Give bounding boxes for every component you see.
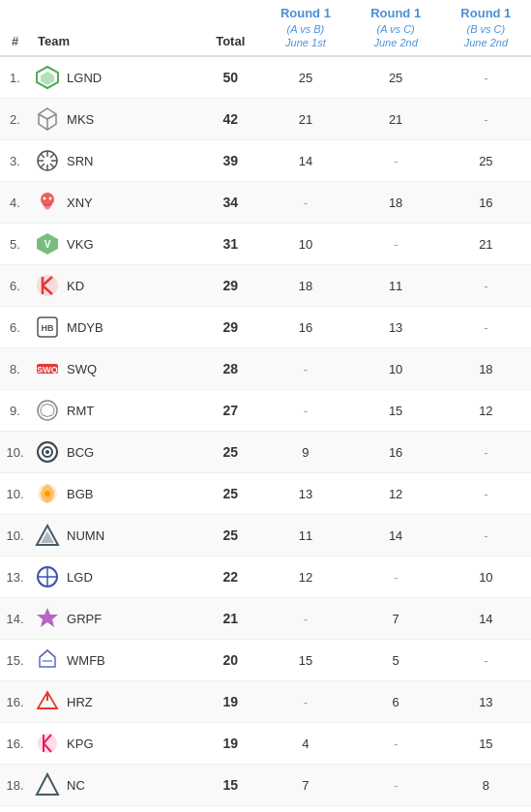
team-cell: XNY <box>30 182 200 224</box>
team-cell: WMFB <box>30 640 200 681</box>
team-logo-bcg <box>34 438 61 466</box>
table-row: 18.OUTSIDETHE RINGOUT1569- <box>0 806 531 812</box>
round2-cell: 21 <box>351 99 441 140</box>
round2-cell: - <box>351 765 441 806</box>
table-row: 5.VVKG3110-21 <box>0 224 531 265</box>
team-logo-lgd <box>34 563 61 590</box>
round1-cell: 16 <box>260 307 350 348</box>
total-cell: 31 <box>200 224 260 265</box>
rank-cell: 13. <box>0 556 30 598</box>
round1-cell: - <box>260 598 350 640</box>
total-cell: 29 <box>200 265 260 307</box>
team-cell: RMT <box>30 390 200 432</box>
round1-cell: - <box>260 681 350 723</box>
team-logo-mks <box>34 105 61 133</box>
team-name-label: VKG <box>67 237 93 252</box>
team-logo-hrz <box>34 688 61 715</box>
svg-point-29 <box>38 734 57 753</box>
rank-cell: 6. <box>0 307 30 348</box>
svg-point-19 <box>45 450 49 454</box>
total-cell: 29 <box>200 307 260 348</box>
table-body: 1.LGND502525-2.MKS422121-3.SRN3914-254.X… <box>0 56 531 812</box>
round2-cell: 10 <box>351 348 441 390</box>
total-cell: 21 <box>200 598 260 640</box>
rank-cell: 1. <box>0 56 30 99</box>
team-logo-bgb <box>34 480 61 507</box>
team-logo-numn <box>34 522 61 549</box>
team-name-label: SWQ <box>67 362 97 376</box>
total-cell: 25 <box>200 515 260 556</box>
round1-header: Round 1 (A vs B) June 1st <box>260 0 350 56</box>
team-cell: BCG <box>30 432 200 473</box>
table-row: 16.HRZ19-613 <box>0 681 531 723</box>
standings-table: # Team Total Round 1 (A vs B) June 1st R… <box>0 0 531 812</box>
round2-cell: 7 <box>351 598 441 640</box>
round3-cell: 14 <box>441 598 531 640</box>
round2-cell: - <box>351 224 441 265</box>
round3-cell: 16 <box>441 182 531 224</box>
team-logo-swq: SWQ <box>34 355 61 382</box>
table-row: 15.WMFB20155- <box>0 640 531 681</box>
total-cell: 19 <box>200 681 260 723</box>
team-logo-wmfb <box>34 647 61 674</box>
round3-cell: - <box>441 640 531 681</box>
round3-cell: - <box>441 432 531 473</box>
round3-cell: - <box>441 56 531 99</box>
table-header-row: # Team Total Round 1 (A vs B) June 1st R… <box>0 0 531 56</box>
team-cell: LGD <box>30 556 200 598</box>
team-cell: HRZ <box>30 681 200 723</box>
round1-cell: - <box>260 348 350 390</box>
rank-cell: 4. <box>0 182 30 224</box>
table-row: 6.HBMDYB291613- <box>0 307 531 348</box>
round2-cell: 5 <box>351 640 441 681</box>
rank-cell: 8. <box>0 348 30 390</box>
round2-header: Round 1 (A vs C) June 2nd <box>351 0 441 56</box>
rank-cell: 2. <box>0 99 30 140</box>
team-name-label: HRZ <box>67 695 93 709</box>
rank-cell: 5. <box>0 224 30 265</box>
round2-cell: 12 <box>351 473 441 515</box>
team-cell: KPG <box>30 723 200 765</box>
table-row: 3.SRN3914-25 <box>0 140 531 182</box>
round3-cell: 18 <box>441 348 531 390</box>
team-logo-nc <box>34 771 61 798</box>
round3-cell: 13 <box>441 681 531 723</box>
table-row: 4.XNY34-1816 <box>0 182 531 224</box>
team-cell: SWQSWQ <box>30 348 200 390</box>
rank-cell: 18. <box>0 765 30 806</box>
total-cell: 27 <box>200 390 260 432</box>
round1-cell: 18 <box>260 265 350 307</box>
round2-cell: 16 <box>351 432 441 473</box>
round3-cell: 21 <box>441 224 531 265</box>
round3-header: Round 1 (B vs C) June 2nd <box>441 0 531 56</box>
round2-cell: 11 <box>351 265 441 307</box>
svg-point-11 <box>37 275 58 296</box>
total-cell: 25 <box>200 473 260 515</box>
round1-cell: 4 <box>260 723 350 765</box>
round2-cell: 25 <box>351 56 441 99</box>
team-name-label: BCG <box>67 445 94 460</box>
round1-cell: 14 <box>260 140 350 182</box>
table-row: 8.SWQSWQ28-1018 <box>0 348 531 390</box>
rank-header: # <box>0 0 30 56</box>
team-cell: BGB <box>30 473 200 515</box>
round1-cell: 11 <box>260 515 350 556</box>
rank-cell: 18. <box>0 806 30 812</box>
table-row: 16.KPG194-15 <box>0 723 531 765</box>
rank-cell: 3. <box>0 140 30 182</box>
table-row: 1.LGND502525- <box>0 56 531 99</box>
team-name-label: LGND <box>67 71 102 85</box>
team-name-label: BGB <box>67 487 93 501</box>
round1-cell: 13 <box>260 473 350 515</box>
team-cell: NUMN <box>30 515 200 556</box>
team-name-label: NUMN <box>67 528 104 543</box>
team-name-label: LGD <box>67 570 93 585</box>
team-name-label: RMT <box>67 404 94 418</box>
round3-cell: 10 <box>441 556 531 598</box>
total-cell: 28 <box>200 348 260 390</box>
round2-cell: 6 <box>351 681 441 723</box>
team-name-label: MKS <box>67 112 94 127</box>
team-name-label: KPG <box>67 737 93 751</box>
team-logo-srn <box>34 147 61 174</box>
total-header: Total <box>200 0 260 56</box>
